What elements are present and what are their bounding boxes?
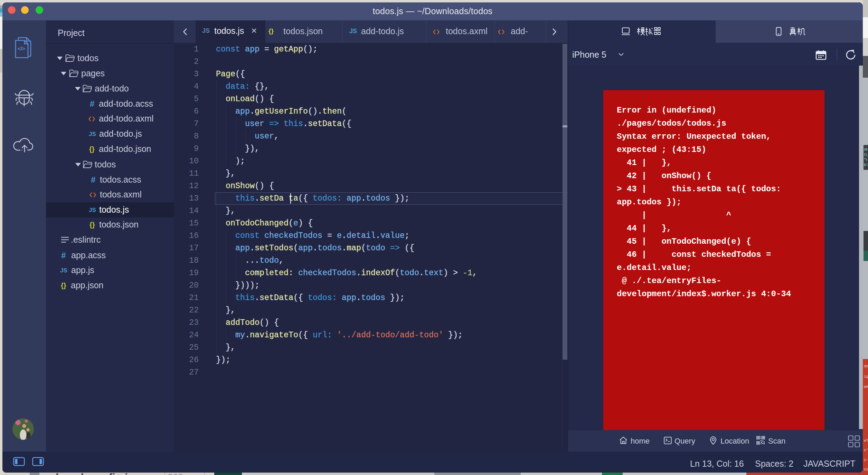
svg-text:</>: </> (18, 46, 25, 51)
